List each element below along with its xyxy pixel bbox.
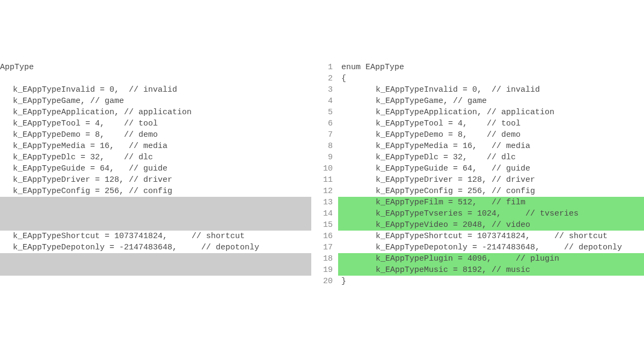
line-number: 4 [311, 95, 338, 107]
diff-left-line: k_EAppTypeDepotonly = -2147483648, // de… [0, 242, 311, 253]
code-text: k_EAppTypeTool = 4, // tool [338, 118, 644, 129]
line-number: 13 [311, 197, 338, 208]
diff-right-line: 9k_EAppTypeDlc = 32, // dlc [311, 152, 644, 163]
diff-left-line: k_EAppTypeConfig = 256, // config [0, 186, 311, 197]
code-text [0, 276, 311, 287]
line-number: 20 [311, 276, 338, 287]
code-text: k_EAppTypeConfig = 256, // config [0, 186, 311, 197]
code-text: enum EAppType [338, 62, 644, 73]
diff-left-pane: AppTypek_EAppTypeInvalid = 0, // invalid… [0, 62, 311, 287]
diff-right-line: 4k_EAppTypeGame, // game [311, 95, 644, 107]
diff-right-line: 17k_EAppTypeDepotonly = -2147483648, // … [311, 242, 644, 253]
line-number: 18 [311, 253, 338, 264]
code-text: k_EAppTypeDlc = 32, // dlc [338, 152, 644, 163]
code-text: k_EAppTypeDriver = 128, // driver [0, 174, 311, 186]
diff-view: AppTypek_EAppTypeInvalid = 0, // invalid… [0, 0, 644, 287]
diff-left-line: k_EAppTypeGuide = 64, // guide [0, 163, 311, 174]
code-text: k_EAppTypeTvseries = 1024, // tvseries [338, 208, 644, 219]
diff-right-line: 12k_EAppTypeConfig = 256, // config [311, 186, 644, 197]
line-number: 3 [311, 84, 338, 95]
code-text: k_EAppTypeInvalid = 0, // invalid [0, 84, 311, 95]
diff-left-line: k_EAppTypeApplication, // application [0, 107, 311, 118]
diff-right-line: 7k_EAppTypeDemo = 8, // demo [311, 129, 644, 141]
line-number: 17 [311, 242, 338, 253]
line-number: 14 [311, 208, 338, 219]
diff-right-line: 3k_EAppTypeInvalid = 0, // invalid [311, 84, 644, 95]
line-number: 6 [311, 118, 338, 129]
line-number: 19 [311, 264, 338, 276]
code-text: k_EAppTypeApplication, // application [338, 107, 644, 118]
code-text: k_EAppTypeGame, // game [338, 95, 644, 107]
code-text: k_EAppTypeGuide = 64, // guide [338, 163, 644, 174]
diff-right-line: 2{ [311, 73, 644, 84]
code-text: k_EAppTypeDemo = 8, // demo [0, 129, 311, 141]
diff-right-line: 18k_EAppTypePlugin = 4096, // plugin [311, 253, 644, 264]
code-text: k_EAppTypeDriver = 128, // driver [338, 174, 644, 186]
code-text: k_EAppTypeTool = 4, // tool [0, 118, 311, 129]
code-text: k_EAppTypeMusic = 8192, // music [338, 264, 644, 276]
line-number: 11 [311, 174, 338, 186]
diff-right-line: 14k_EAppTypeTvseries = 1024, // tvseries [311, 208, 644, 219]
diff-right-line: 11k_EAppTypeDriver = 128, // driver [311, 174, 644, 186]
code-text: k_EAppTypeInvalid = 0, // invalid [338, 84, 644, 95]
code-text: k_EAppTypeGame, // game [0, 95, 311, 107]
diff-right-line: 8k_EAppTypeMedia = 16, // media [311, 141, 644, 152]
diff-left-line: k_EAppTypeGame, // game [0, 95, 311, 107]
code-text: k_EAppTypeVideo = 2048, // video [338, 219, 644, 231]
diff-right-line: 1enum EAppType [311, 62, 644, 73]
diff-left-line: k_EAppTypeDlc = 32, // dlc [0, 152, 311, 163]
line-number: 7 [311, 129, 338, 141]
code-text: AppType [0, 62, 311, 73]
code-text: k_EAppTypeShortcut = 1073741824, // shor… [0, 231, 311, 242]
code-text: k_EAppTypeFilm = 512, // film [338, 197, 644, 208]
diff-left-line: k_EAppTypeMedia = 16, // media [0, 141, 311, 152]
line-number: 9 [311, 152, 338, 163]
line-number: 10 [311, 163, 338, 174]
diff-left-line [0, 264, 311, 276]
code-text [0, 219, 311, 231]
code-text [0, 73, 311, 84]
code-text: } [338, 276, 644, 287]
code-text [0, 253, 311, 264]
code-text: k_EAppTypeMedia = 16, // media [0, 141, 311, 152]
line-number: 15 [311, 219, 338, 231]
diff-left-line: k_EAppTypeDriver = 128, // driver [0, 174, 311, 186]
line-number: 8 [311, 141, 338, 152]
diff-left-line [0, 208, 311, 219]
diff-left-line: k_EAppTypeShortcut = 1073741824, // shor… [0, 231, 311, 242]
code-text [0, 264, 311, 276]
code-text: k_EAppTypeMedia = 16, // media [338, 141, 644, 152]
diff-left-line: k_EAppTypeInvalid = 0, // invalid [0, 84, 311, 95]
diff-right-line: 16k_EAppTypeShortcut = 1073741824, // sh… [311, 231, 644, 242]
diff-left-line [0, 219, 311, 231]
diff-left-line: AppType [0, 62, 311, 73]
line-number: 16 [311, 231, 338, 242]
diff-left-line: k_EAppTypeTool = 4, // tool [0, 118, 311, 129]
diff-left-line: k_EAppTypeDemo = 8, // demo [0, 129, 311, 141]
code-text: k_EAppTypeConfig = 256, // config [338, 186, 644, 197]
diff-right-line: 19k_EAppTypeMusic = 8192, // music [311, 264, 644, 276]
code-text: k_EAppTypeDepotonly = -2147483648, // de… [0, 242, 311, 253]
code-text: k_EAppTypeApplication, // application [0, 107, 311, 118]
code-text: k_EAppTypeDepotonly = -2147483648, // de… [338, 242, 644, 253]
code-text: k_EAppTypeGuide = 64, // guide [0, 163, 311, 174]
diff-right-line: 5k_EAppTypeApplication, // application [311, 107, 644, 118]
line-number: 5 [311, 107, 338, 118]
diff-right-line: 13k_EAppTypeFilm = 512, // film [311, 197, 644, 208]
diff-left-line [0, 197, 311, 208]
code-text: { [338, 73, 644, 84]
diff-left-line [0, 73, 311, 84]
code-text: k_EAppTypeDemo = 8, // demo [338, 129, 644, 141]
diff-left-line [0, 276, 311, 287]
line-number: 2 [311, 73, 338, 84]
code-text [0, 208, 311, 219]
code-text: k_EAppTypeDlc = 32, // dlc [0, 152, 311, 163]
diff-left-line [0, 253, 311, 264]
diff-right-line: 20} [311, 276, 644, 287]
line-number: 12 [311, 186, 338, 197]
line-number: 1 [311, 62, 338, 73]
code-text: k_EAppTypePlugin = 4096, // plugin [338, 253, 644, 264]
code-text: k_EAppTypeShortcut = 1073741824, // shor… [338, 231, 644, 242]
diff-right-line: 6k_EAppTypeTool = 4, // tool [311, 118, 644, 129]
diff-right-line: 15k_EAppTypeVideo = 2048, // video [311, 219, 644, 231]
